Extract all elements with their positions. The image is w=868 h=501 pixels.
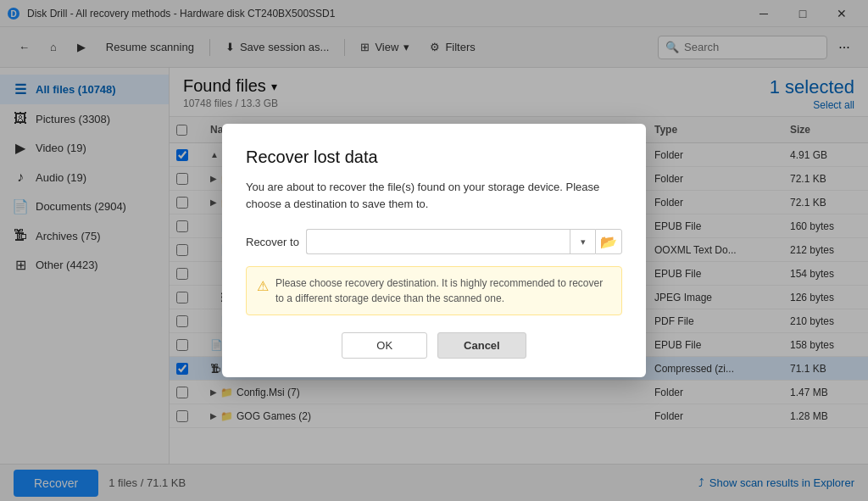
browse-folder-button[interactable]: 📂 [595,229,622,254]
dropdown-arrow-button[interactable]: ▾ [570,229,595,254]
modal-title: Recover lost data [246,148,622,167]
modal-overlay: Recover lost data You are about to recov… [0,0,868,501]
folder-browse-icon: 📂 [600,234,617,250]
recover-to-input[interactable] [306,229,570,254]
recover-to-label: Recover to [246,236,299,248]
recover-to-row: Recover to ▾ 📂 [246,229,622,254]
modal-actions: OK Cancel [246,332,622,359]
warning-text: Please choose recovery destination. It i… [275,276,611,306]
ok-button[interactable]: OK [342,332,427,359]
recover-to-input-wrap: ▾ 📂 [306,229,622,254]
chevron-down-icon: ▾ [581,237,586,248]
modal-description: You are about to recover the file(s) fou… [246,179,622,212]
warning-box: ⚠ Please choose recovery destination. It… [246,266,622,315]
recover-dialog: Recover lost data You are about to recov… [222,124,646,377]
cancel-button[interactable]: Cancel [437,332,526,359]
warning-icon: ⚠ [257,276,269,306]
